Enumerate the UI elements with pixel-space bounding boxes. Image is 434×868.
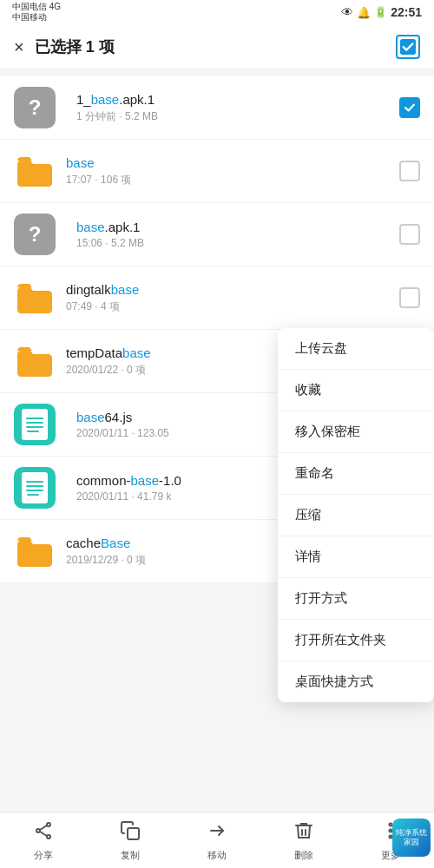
share-icon xyxy=(33,820,54,846)
carrier2: 中国移动 xyxy=(12,12,61,23)
watermark-text: 纯净系统家园 xyxy=(392,819,431,857)
file-name: 1_base.apk.1 xyxy=(76,92,392,107)
file-info: dingtalkbase 07:49 · 4 项 xyxy=(66,282,392,314)
bottom-item-label: 删除 xyxy=(294,849,313,862)
bottom-item-label: 移动 xyxy=(207,849,227,862)
bell-icon: 🔔 xyxy=(357,6,371,19)
svg-line-5 xyxy=(40,832,47,836)
select-all-button[interactable] xyxy=(396,35,420,59)
carrier1: 中国电信 4G xyxy=(12,2,61,12)
status-bar: 中国电信 4G 中国移动 👁 🔔 🔋 22:51 xyxy=(0,0,434,24)
header: × 已选择 1 项 xyxy=(0,24,434,69)
checkmark-icon xyxy=(400,39,416,55)
bottom-bar-更多[interactable]: 更多 纯净系统家园 xyxy=(347,820,434,862)
list-item[interactable]: base 17:07 · 106 项 xyxy=(0,140,434,203)
close-button[interactable]: × xyxy=(14,38,24,56)
file-meta: 07:49 · 4 项 xyxy=(66,299,392,314)
eye-icon: 👁 xyxy=(341,5,353,19)
svg-rect-6 xyxy=(128,828,139,839)
context-menu-item[interactable]: 桌面快捷方式 xyxy=(278,661,434,702)
time-display: 22:51 xyxy=(391,5,422,19)
bottom-item-label: 分享 xyxy=(34,849,53,862)
status-right: 👁 🔔 🔋 22:51 xyxy=(341,5,422,19)
battery-icon: 🔋 xyxy=(374,6,387,18)
file-meta: 17:07 · 106 项 xyxy=(66,173,392,187)
context-menu-item[interactable]: 压缩 xyxy=(278,495,434,536)
file-checkbox[interactable] xyxy=(399,97,420,118)
file-checkbox[interactable] xyxy=(399,161,420,181)
bottom-bar-分享[interactable]: 分享 xyxy=(0,820,87,862)
bottom-bar-删除[interactable]: 删除 xyxy=(260,820,347,862)
bottom-bar-移动[interactable]: 移动 xyxy=(174,820,260,862)
file-meta: 1 分钟前 · 5.2 MB xyxy=(76,109,392,124)
file-name: base xyxy=(66,155,392,170)
delete-icon xyxy=(293,820,314,846)
context-menu-item[interactable]: 收藏 xyxy=(278,370,434,411)
file-info: base.apk.1 15:06 · 5.2 MB xyxy=(76,220,392,249)
svg-line-4 xyxy=(40,825,47,830)
file-name: base.apk.1 xyxy=(76,220,392,234)
list-item[interactable]: ? 1_base.apk.1 1 分钟前 · 5.2 MB xyxy=(0,76,434,140)
context-menu-item[interactable]: 重命名 xyxy=(278,453,434,495)
file-checkbox[interactable] xyxy=(399,287,420,308)
context-menu: 上传云盘收藏移入保密柜重命名压缩详情打开方式打开所在文件夹桌面快捷方式 xyxy=(278,328,434,702)
copy-icon xyxy=(120,820,141,846)
context-menu-item[interactable]: 上传云盘 xyxy=(278,328,434,370)
file-info: 1_base.apk.1 1 分钟前 · 5.2 MB xyxy=(76,92,392,124)
file-checkbox[interactable] xyxy=(399,224,420,245)
file-meta: 15:06 · 5.2 MB xyxy=(76,237,392,249)
context-menu-item[interactable]: 打开所在文件夹 xyxy=(278,620,434,661)
list-item[interactable]: dingtalkbase 07:49 · 4 项 xyxy=(0,266,434,330)
file-info: base 17:07 · 106 项 xyxy=(66,155,392,187)
content-area: ? 1_base.apk.1 1 分钟前 · 5.2 MB base 17:07… xyxy=(0,76,434,639)
carrier-info: 中国电信 4G 中国移动 xyxy=(12,2,61,23)
move-icon xyxy=(207,820,227,846)
page-title: 已选择 1 项 xyxy=(35,36,396,57)
context-menu-item[interactable]: 移入保密柜 xyxy=(278,411,434,453)
list-item[interactable]: ? base.apk.1 15:06 · 5.2 MB xyxy=(0,203,434,266)
watermark-badge: 纯净系统家园 xyxy=(392,819,431,857)
file-name: dingtalkbase xyxy=(66,282,392,297)
context-menu-item[interactable]: 详情 xyxy=(278,536,434,578)
bottom-item-label: 复制 xyxy=(121,849,140,862)
bottom-bar: 分享 复制 移动 删除 更多 纯净系统家园 xyxy=(0,812,434,868)
context-menu-item[interactable]: 打开方式 xyxy=(278,578,434,620)
bottom-bar-复制[interactable]: 复制 xyxy=(87,820,174,862)
